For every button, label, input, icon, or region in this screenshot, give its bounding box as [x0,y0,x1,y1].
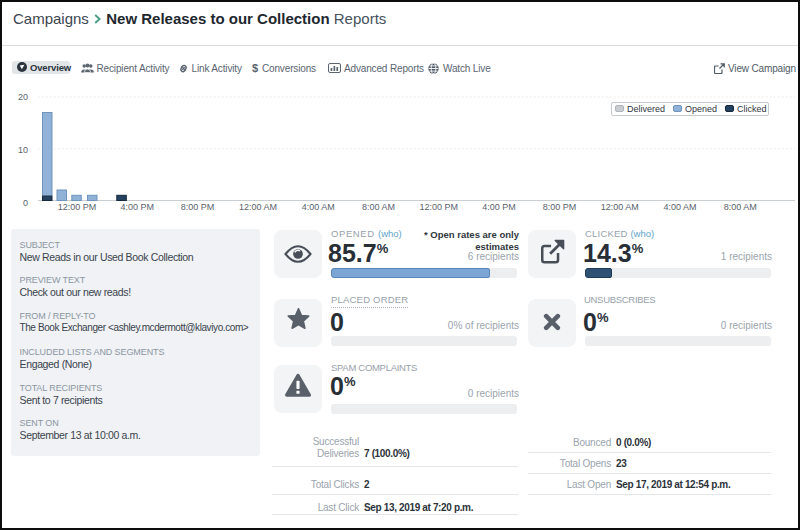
svg-text:0: 0 [23,198,28,208]
svg-text:12:00 PM: 12:00 PM [420,202,459,212]
svg-text:4:00 PM: 4:00 PM [121,202,155,212]
svg-text:8:00 AM: 8:00 AM [362,202,395,212]
svg-text:8:00 AM: 8:00 AM [724,202,757,212]
svg-text:12:00 AM: 12:00 AM [239,202,277,212]
svg-text:20: 20 [18,92,28,102]
svg-text:4:00 AM: 4:00 AM [663,202,696,212]
svg-text:12:00 AM: 12:00 AM [601,202,639,212]
svg-text:10: 10 [18,145,28,155]
svg-text:4:00 PM: 4:00 PM [482,202,516,212]
svg-text:12:00 PM: 12:00 PM [58,202,97,212]
svg-text:8:00 PM: 8:00 PM [543,202,577,212]
svg-text:8:00 PM: 8:00 PM [181,202,215,212]
svg-text:4:00 AM: 4:00 AM [302,202,335,212]
